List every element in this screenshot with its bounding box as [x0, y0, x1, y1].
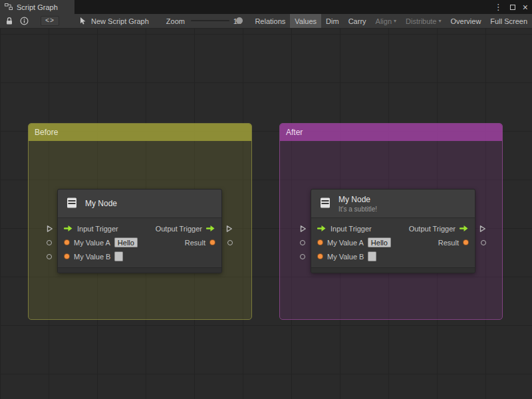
window-controls: ⋮ × [494, 0, 528, 14]
graph-name-label: New Script Graph [91, 17, 149, 25]
toolbar-button-overview[interactable]: Overview [446, 14, 486, 28]
node-header[interactable]: My Node It's a subtitle! [311, 190, 475, 218]
result-port-icon[interactable] [209, 239, 215, 245]
tab-title: Script Graph [17, 3, 58, 11]
input-trigger-external-port[interactable] [300, 225, 307, 233]
toolbar-button-distribute[interactable]: Distribute ▾ [401, 14, 446, 28]
toolbar: <> New Script Graph Zoom 1x Relations Va… [0, 14, 532, 29]
port-label: Input Trigger [331, 225, 372, 233]
port-label: My Value B [327, 253, 364, 261]
circle-port-icon [227, 240, 233, 245]
maximize-box-icon [510, 5, 515, 10]
toolbar-button-fullscreen[interactable]: Full Screen [485, 14, 532, 28]
value-in-port-icon[interactable] [317, 239, 323, 245]
distribute-label: Distribute [406, 17, 436, 25]
zoom-label: Zoom [166, 17, 185, 25]
port-label: My Value A [327, 239, 364, 247]
window-tab-bar: Script Graph ⋮ × [0, 0, 532, 14]
zoom-slider[interactable] [191, 14, 229, 28]
port-row-value-b: My Value B [58, 249, 221, 263]
group-header[interactable]: Before [29, 124, 251, 141]
align-label: Align [376, 17, 392, 25]
value-in-port-icon[interactable] [64, 239, 70, 245]
port-row-value-b: My Value B [311, 249, 475, 263]
toolbar-button-carry[interactable]: Carry [344, 14, 371, 28]
zoom-slider-thumb[interactable] [236, 17, 243, 24]
value-in-port-icon[interactable] [317, 253, 323, 259]
node-my-node-before[interactable]: My Node Input Trigger Output Trigger [57, 189, 222, 273]
node-subtitle: It's a subtitle! [338, 205, 377, 213]
lock-icon[interactable] [5, 17, 13, 25]
window-maximize-icon[interactable] [510, 5, 515, 10]
chevron-down-icon: ▾ [394, 18, 396, 24]
port-label: My Value B [74, 253, 110, 261]
circle-port-icon [47, 240, 52, 245]
toolbar-button-group: Relations Values Dim Carry Align ▾ Distr… [250, 14, 532, 28]
node-my-node-after[interactable]: My Node It's a subtitle! Input Trigger O… [311, 189, 475, 273]
trigger-out-port-icon[interactable] [460, 225, 469, 232]
node-ports: Input Trigger Output Trigger My Value A [58, 218, 221, 267]
unit-box-icon [65, 196, 79, 211]
window-close-icon[interactable]: × [523, 3, 528, 12]
node-ports: Input Trigger Output Trigger My Value A [311, 218, 475, 267]
value-b-external-port[interactable] [47, 254, 52, 259]
port-row-value-a: My Value A Hello Result [58, 235, 221, 249]
output-trigger-external-port[interactable] [226, 225, 233, 233]
tab-script-graph[interactable]: Script Graph [0, 0, 74, 14]
value-b-external-port[interactable] [300, 254, 305, 259]
group-title: Before [35, 128, 58, 137]
chevron-down-icon: ▾ [439, 18, 442, 24]
trigger-in-port-icon[interactable] [64, 225, 73, 232]
port-row-value-a: My Value A Hello Result [311, 235, 475, 249]
port-row-trigger: Input Trigger Output Trigger [311, 221, 475, 235]
script-graph-icon [5, 3, 13, 12]
value-a-field[interactable]: Hello [368, 237, 391, 247]
value-in-port-icon[interactable] [64, 253, 70, 259]
value-a-external-port[interactable] [47, 240, 52, 245]
port-label: Result [185, 239, 205, 247]
node-header[interactable]: My Node [58, 190, 221, 218]
value-b-field[interactable] [368, 251, 376, 261]
window-menu-icon[interactable]: ⋮ [494, 2, 503, 12]
result-port-icon[interactable] [463, 239, 469, 245]
info-icon[interactable] [20, 17, 29, 25]
script-graph-window: Script Graph ⋮ × <> New Script Graph Zoo… [0, 0, 532, 399]
graph-pointer-icon [79, 17, 87, 25]
node-title: My Node [85, 199, 117, 208]
circle-port-icon [300, 240, 305, 245]
port-label: Output Trigger [409, 225, 456, 233]
value-a-field[interactable]: Hello [114, 237, 138, 247]
port-label: Output Trigger [156, 225, 202, 233]
port-label: Result [438, 239, 459, 247]
toolbar-button-relations[interactable]: Relations [250, 14, 290, 28]
value-a-external-port[interactable] [300, 240, 305, 245]
toolbar-button-values[interactable]: Values [290, 14, 321, 28]
trigger-in-port-icon[interactable] [317, 225, 327, 232]
node-footer [58, 267, 221, 273]
result-external-port[interactable] [481, 240, 486, 245]
circle-port-icon [300, 254, 305, 259]
output-trigger-external-port[interactable] [479, 225, 486, 233]
code-icon-button[interactable]: <> [41, 16, 59, 26]
port-label: My Value A [74, 239, 110, 247]
node-footer [311, 267, 475, 273]
port-label: Input Trigger [77, 225, 118, 233]
node-title: My Node [338, 195, 377, 204]
value-b-field[interactable] [114, 251, 123, 261]
input-trigger-external-port[interactable] [47, 225, 53, 233]
toolbar-button-dim[interactable]: Dim [321, 14, 344, 28]
zoom-slider-track [191, 20, 229, 21]
trigger-out-port-icon[interactable] [206, 225, 215, 232]
circle-port-icon [47, 254, 52, 259]
group-header[interactable]: After [280, 124, 502, 141]
circle-port-icon [481, 240, 486, 245]
port-row-trigger: Input Trigger Output Trigger [58, 221, 221, 235]
result-external-port[interactable] [227, 240, 233, 245]
group-title: After [286, 128, 303, 137]
toolbar-button-align[interactable]: Align ▾ [371, 14, 401, 28]
unit-box-icon [318, 196, 332, 211]
